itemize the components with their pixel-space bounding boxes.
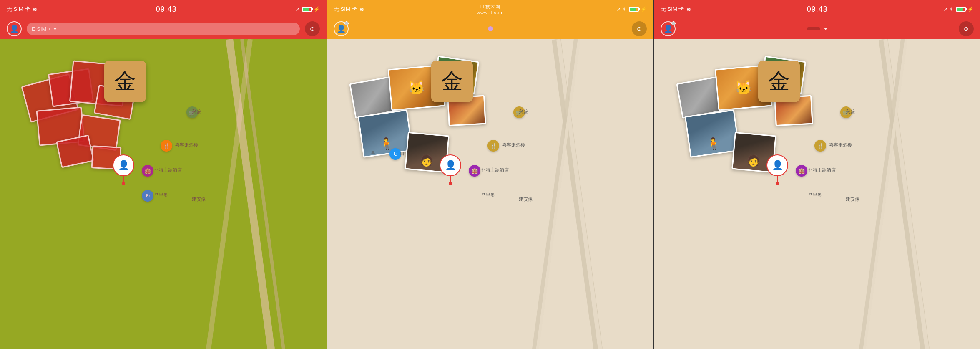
label-hotel-3: 非特主题酒店: [808, 167, 836, 173]
dropdown-text-3: [807, 27, 820, 30]
dropdown-btn-3[interactable]: ⊙: [959, 21, 974, 36]
label-mario-2: 马里奥: [481, 192, 495, 198]
sim-label-1: 无 SIM 卡: [7, 5, 30, 13]
photo-2-person1: 🧍: [358, 109, 413, 158]
title-dropdown-3[interactable]: [807, 27, 828, 30]
location-dot-2: [349, 26, 632, 31]
location-icon-1: ↗: [295, 6, 299, 12]
calli-char-2: 金: [441, 67, 463, 96]
top-bar-2: 👤 ⊙: [327, 18, 653, 39]
map-1[interactable]: 金 👤 🛒 🍴 🏨 ↻ 兴盛 喜客来酒楼 非特主题酒店: [0, 0, 327, 349]
photo-3-person1: 🧍: [685, 109, 740, 158]
status-bar-3: 无 SIM 卡 ≋ 09:43 ↗ ✳ ⚡: [654, 0, 980, 18]
avatar-3[interactable]: 👤: [661, 21, 676, 36]
status-bar-2: 无 SIM 卡 ≋ IT技术网 www.itjs.cn ↗ ✳ ⚡: [327, 0, 653, 18]
person-icon-3: 👤: [663, 24, 673, 33]
phone-3: 无 SIM 卡 ≋ 09:43 ↗ ✳ ⚡ 👤 ⊙: [654, 0, 980, 349]
status-right-3: ↗ ✳ ⚡: [943, 6, 974, 12]
watermark: IT技术网 www.itjs.cn: [477, 4, 504, 15]
watermark-line1: IT技术网: [477, 4, 504, 10]
pin-tail-3: [777, 176, 778, 182]
poi-hotel-2[interactable]: 🏨: [469, 165, 480, 177]
person-icon-2: 👤: [337, 24, 346, 33]
person1-detail-3: 🧍: [686, 111, 739, 157]
pin-circle-2: 👤: [440, 154, 461, 176]
dropdown-btn-1[interactable]: ⊙: [305, 21, 320, 36]
location-pin-3: 👤: [766, 154, 788, 185]
search-input-1[interactable]: E SIM +: [27, 23, 300, 35]
calli-char-3: 金: [768, 67, 790, 96]
chevron-down-icon-3: [824, 28, 828, 30]
map-3[interactable]: 金 🐱 🧍 🧑 👤 🛒 🍴 🏨: [654, 0, 980, 349]
circle-down-icon-2: ⊙: [637, 25, 642, 32]
pin-dot-1: [122, 182, 125, 185]
charge-icon-3: ⚡: [967, 6, 974, 12]
top-bar-1: 👤 E SIM + ⊙: [0, 18, 327, 39]
status-left-3: 无 SIM 卡 ≋: [661, 5, 691, 13]
pin-person-icon-2: 👤: [445, 160, 456, 171]
label-restaurant-3: 喜客来酒楼: [829, 142, 852, 148]
status-right-2: ↗ ✳ ⚡: [616, 6, 647, 12]
pin-tail-2: [450, 176, 451, 182]
time-2: IT技术网 www.itjs.cn: [477, 4, 504, 15]
phone-1: 无 SIM 卡 ≋ 09:43 ↗ ⚡ 👤 E SIM + ⊙: [0, 0, 327, 349]
phone-2: 无 SIM 卡 ≋ IT技术网 www.itjs.cn ↗ ✳ ⚡ 👤: [327, 0, 653, 349]
poi-food-2[interactable]: 🍴: [487, 140, 499, 152]
label-xingsheng-3: 兴盛: [846, 109, 855, 115]
label-xingsheng-2: 兴盛: [519, 109, 528, 115]
charge-icon-1: ⚡: [314, 6, 320, 12]
location-pin-1: 👤: [113, 154, 134, 185]
poi-food-3[interactable]: 🍴: [814, 140, 826, 152]
red-overlay-1: [0, 0, 327, 349]
chevron-down-icon-1: [53, 28, 57, 30]
time-1: 09:43: [156, 5, 177, 14]
avatar-2[interactable]: 👤: [334, 21, 349, 36]
location-icon-2: ↗: [616, 6, 621, 12]
calli-tile-2: 金: [431, 61, 473, 102]
svg-line-9: [862, 39, 904, 349]
status-right-1: ↗ ⚡: [295, 6, 320, 12]
avatar-dot-3: [671, 21, 676, 25]
bluetooth-icon-2: ✳: [622, 6, 626, 12]
status-left-2: 无 SIM 卡 ≋: [334, 5, 364, 13]
pin-tail-1: [123, 176, 124, 182]
label-hotel-2: 非特主题酒店: [481, 167, 509, 173]
top-bar-3: 👤 ⊙: [654, 18, 980, 39]
calli-char-1: 金: [114, 67, 136, 96]
label-zi-2: 自: [400, 150, 405, 157]
avatar-dot-2: [344, 21, 349, 25]
status-bar-1: 无 SIM 卡 ≋ 09:43 ↗ ⚡: [0, 0, 327, 18]
person-icon-1: 👤: [10, 24, 19, 33]
label-restaurant-2: 喜客来酒楼: [502, 142, 525, 148]
battery-2: [629, 7, 639, 12]
sim-label-3: 无 SIM 卡: [661, 5, 684, 13]
wifi-icon-1: ≋: [33, 6, 37, 13]
wifi-icon-2: ≋: [359, 6, 364, 13]
pin-circle-1: 👤: [113, 154, 134, 176]
sim-label-2: 无 SIM 卡: [334, 5, 357, 13]
person1-detail: 🧍: [359, 111, 412, 157]
time-3: 09:43: [807, 5, 828, 14]
poi-hotel-3[interactable]: 🏨: [796, 165, 807, 177]
location-icon-3: ↗: [943, 6, 947, 12]
label-jian-3: 建安像: [846, 196, 859, 202]
poi-refresh-2[interactable]: ↻: [389, 148, 401, 160]
battery-1: [302, 7, 312, 12]
watermark-line2: www.itjs.cn: [477, 10, 504, 15]
pin-dot-2: [449, 182, 452, 185]
circle-down-icon-3: ⊙: [964, 25, 969, 32]
map-2[interactable]: 金 🐱 🧍 🧑 👤 🛒: [327, 0, 653, 349]
avatar-1[interactable]: 👤: [7, 21, 22, 36]
dropdown-btn-2[interactable]: ⊙: [632, 21, 647, 36]
label-mario-3: 马里奥: [808, 192, 822, 198]
status-left-1: 无 SIM 卡 ≋: [7, 5, 37, 13]
location-pin-2: 👤: [440, 154, 461, 185]
svg-line-4: [558, 39, 600, 349]
charge-icon-2: ⚡: [641, 6, 647, 12]
svg-line-5: [535, 39, 577, 349]
location-indicator-2: [488, 26, 493, 31]
wifi-icon-3: ≋: [686, 6, 691, 13]
svg-line-8: [885, 39, 927, 349]
pin-dot-3: [776, 182, 779, 185]
circle-down-icon-1: ⊙: [310, 25, 315, 32]
